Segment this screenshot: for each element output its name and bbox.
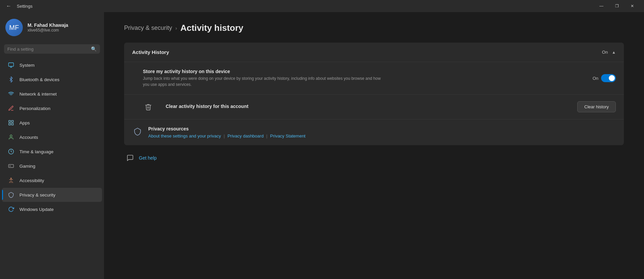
store-activity-control: On: [593, 74, 616, 82]
store-activity-row: Store my activity history on this device…: [124, 62, 624, 94]
search-icon: 🔍: [91, 46, 97, 52]
privacy-dashboard-link[interactable]: Privacy dashboard: [227, 133, 264, 138]
system-icon: [7, 61, 15, 69]
activity-history-title: Activity History: [132, 49, 169, 55]
search-wrapper: 🔍: [0, 42, 104, 58]
privacy-links: About these settings and your privacy | …: [148, 133, 306, 138]
about-privacy-link[interactable]: About these settings and your privacy: [148, 133, 221, 138]
sidebar-item-time[interactable]: Time & language: [2, 145, 102, 159]
personalization-icon: [7, 105, 15, 112]
get-help-text[interactable]: Get help: [139, 155, 157, 161]
sidebar-item-accessibility[interactable]: Accessibility: [2, 173, 102, 187]
bluetooth-icon: [7, 76, 15, 83]
sidebar-item-personalization[interactable]: Personalization: [2, 101, 102, 115]
svg-rect-5: [12, 123, 13, 125]
toggle-thumb: [609, 75, 615, 81]
trash-icon: [143, 102, 154, 112]
user-info: M. Fahad Khawaja xlive65@live.com: [28, 22, 68, 33]
svg-rect-13: [9, 165, 14, 168]
sidebar-item-label-bluetooth: Bluetooth & devices: [19, 77, 59, 82]
sidebar-item-update[interactable]: Windows Update: [2, 202, 102, 216]
sidebar-item-label-system: System: [19, 63, 35, 68]
search-input[interactable]: [7, 47, 88, 52]
time-icon: [7, 148, 15, 155]
store-activity-toggle[interactable]: [601, 74, 616, 82]
sidebar-item-gaming[interactable]: Gaming: [2, 159, 102, 173]
apps-icon: [7, 119, 15, 126]
sidebar-item-label-network: Network & internet: [19, 92, 57, 97]
breadcrumb-chevron: ›: [175, 25, 177, 31]
user-profile[interactable]: MF M. Fahad Khawaja xlive65@live.com: [0, 12, 104, 42]
sidebar-item-apps[interactable]: Apps: [2, 116, 102, 130]
sidebar-item-label-apps: Apps: [19, 120, 30, 125]
update-icon: [7, 206, 15, 213]
toggle-on-label: On: [593, 76, 598, 81]
sidebar-item-label-accessibility: Accessibility: [19, 178, 44, 183]
sidebar: MF M. Fahad Khawaja xlive65@live.com 🔍 S…: [0, 12, 104, 279]
sidebar-item-label-personalization: Personalization: [19, 106, 50, 111]
accessibility-icon: [7, 177, 15, 184]
back-button[interactable]: ←: [4, 2, 13, 10]
chevron-up-icon: ▲: [612, 50, 616, 55]
link-sep-1: |: [224, 133, 225, 138]
breadcrumb-parent[interactable]: Privacy & security: [124, 24, 172, 32]
breadcrumb-current: Activity history: [180, 23, 244, 33]
sidebar-item-label-gaming: Gaming: [19, 164, 35, 169]
activity-header-right: On ▲: [602, 50, 616, 55]
clear-activity-control: Clear history: [577, 101, 616, 112]
user-name: M. Fahad Khawaja: [28, 22, 68, 28]
avatar: MF: [5, 19, 23, 36]
store-activity-text: Store my activity history on this device…: [143, 69, 586, 88]
privacy-resources-content: Privacy resources About these settings a…: [148, 126, 306, 138]
svg-point-7: [10, 135, 12, 137]
privacy-icon: [7, 191, 15, 199]
privacy-resources-title: Privacy resources: [148, 126, 306, 131]
titlebar-left: ← Settings: [4, 2, 33, 10]
close-button[interactable]: ✕: [625, 0, 640, 12]
get-help-icon: [125, 153, 135, 163]
search-box: 🔍: [4, 44, 100, 54]
activity-history-card: Activity History On ▲ Store my activity …: [124, 43, 624, 145]
sidebar-item-network[interactable]: Network & internet: [2, 87, 102, 101]
accounts-icon: [7, 133, 15, 141]
network-icon: [7, 90, 15, 98]
svg-point-14: [11, 178, 12, 179]
sidebar-item-label-privacy: Privacy & security: [19, 192, 55, 198]
sidebar-item-label-accounts: Accounts: [19, 135, 38, 140]
clear-history-button[interactable]: Clear history: [577, 101, 616, 112]
main-content: Privacy & security › Activity history Ac…: [104, 12, 644, 279]
clear-activity-row: Clear activity history for this account …: [124, 94, 624, 119]
sidebar-item-accounts[interactable]: Accounts: [2, 130, 102, 144]
svg-rect-0: [9, 63, 14, 66]
svg-rect-6: [9, 123, 10, 125]
titlebar-title: Settings: [17, 4, 33, 9]
clear-activity-text: Clear activity history for this account: [166, 104, 571, 110]
link-sep-2: |: [266, 133, 267, 138]
clear-activity-title: Clear activity history for this account: [166, 104, 571, 109]
activity-status: On: [602, 50, 608, 55]
restore-button[interactable]: ❐: [609, 0, 625, 12]
titlebar-controls: — ❐ ✕: [594, 0, 640, 12]
get-help-row: Get help: [124, 153, 624, 163]
privacy-resources-row: Privacy resources About these settings a…: [124, 119, 624, 145]
privacy-statement-link[interactable]: Privacy Statement: [270, 133, 306, 138]
breadcrumb: Privacy & security › Activity history: [124, 23, 624, 33]
sidebar-item-system[interactable]: System: [2, 58, 102, 72]
sidebar-item-label-time: Time & language: [19, 149, 54, 154]
sidebar-item-bluetooth[interactable]: Bluetooth & devices: [2, 72, 102, 87]
gaming-icon: [7, 162, 15, 170]
svg-rect-3: [9, 120, 10, 122]
sidebar-nav: SystemBluetooth & devicesNetwork & inter…: [0, 58, 104, 217]
sidebar-item-privacy[interactable]: Privacy & security: [2, 188, 102, 202]
user-email: xlive65@live.com: [28, 28, 68, 33]
app-body: MF M. Fahad Khawaja xlive65@live.com 🔍 S…: [0, 12, 644, 279]
minimize-button[interactable]: —: [594, 0, 609, 12]
store-activity-desc: Jump back into what you were doing on yo…: [143, 75, 384, 88]
store-activity-title: Store my activity history on this device: [143, 69, 586, 74]
shield-icon: [132, 126, 143, 137]
svg-rect-4: [12, 120, 13, 122]
titlebar: ← Settings — ❐ ✕: [0, 0, 644, 12]
activity-history-header[interactable]: Activity History On ▲: [124, 43, 624, 62]
sidebar-item-label-update: Windows Update: [19, 207, 54, 212]
